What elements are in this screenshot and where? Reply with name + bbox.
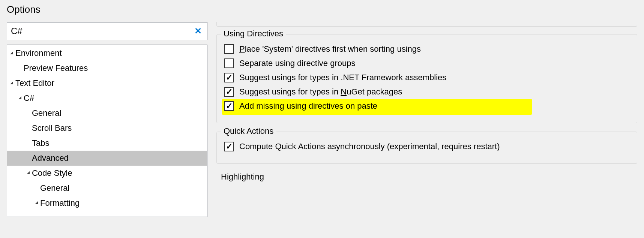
tree-item-label: Scroll Bars xyxy=(32,123,72,133)
checkbox[interactable] xyxy=(224,58,234,68)
expander-icon[interactable] xyxy=(34,201,39,205)
tree-item-text-editor[interactable]: Text Editor xyxy=(7,76,207,91)
checkbox[interactable] xyxy=(224,142,234,151)
checkbox-row[interactable]: Compute Quick Actions asynchronously (ex… xyxy=(224,142,629,151)
checkbox[interactable] xyxy=(224,101,234,111)
group-legend: Using Directives xyxy=(221,29,286,39)
tree-item-general[interactable]: General xyxy=(7,181,207,196)
svg-marker-3 xyxy=(27,171,30,174)
options-tree[interactable]: EnvironmentPreview FeaturesText EditorC#… xyxy=(7,45,207,217)
settings-panel: Using Directives Place 'System' directiv… xyxy=(216,22,637,217)
group-quick-actions: Quick Actions Compute Quick Actions asyn… xyxy=(216,132,637,164)
group-using-directives: Using Directives Place 'System' directiv… xyxy=(216,34,637,123)
checkbox-row[interactable]: Suggest usings for types in .NET Framewo… xyxy=(224,73,629,82)
tree-item-c-[interactable]: C# xyxy=(7,91,207,106)
tree-item-advanced[interactable]: Advanced xyxy=(7,151,207,166)
tree-item-label: Code Style xyxy=(32,168,72,178)
checkbox-label: Separate using directive groups xyxy=(239,58,355,68)
group-legend: Quick Actions xyxy=(221,126,276,136)
svg-marker-2 xyxy=(18,96,21,99)
expander-icon[interactable] xyxy=(18,96,23,100)
tree-item-formatting[interactable]: Formatting xyxy=(7,196,207,211)
tree-item-label: Advanced xyxy=(32,153,69,163)
group-highlighting-legend: Highlighting xyxy=(221,172,637,182)
svg-marker-1 xyxy=(10,81,13,84)
tree-item-label: Preview Features xyxy=(24,63,88,73)
tree-item-label: General xyxy=(32,108,61,118)
checkbox-label: Compute Quick Actions asynchronously (ex… xyxy=(239,142,500,151)
svg-marker-0 xyxy=(10,51,13,54)
tree-item-label: C# xyxy=(24,93,34,103)
tree-item-label: Text Editor xyxy=(15,78,54,88)
tree-item-code-style[interactable]: Code Style xyxy=(7,166,207,181)
expander-icon[interactable] xyxy=(9,51,15,55)
previous-group-bottom xyxy=(216,22,637,27)
tree-item-label: Environment xyxy=(15,48,62,58)
checkbox-label: Place 'System' directives first when sor… xyxy=(239,44,421,54)
tree-item-scroll-bars[interactable]: Scroll Bars xyxy=(7,121,207,136)
checkbox-label: Suggest usings for types in NuGet packag… xyxy=(239,87,402,97)
tree-item-label: Tabs xyxy=(32,138,49,148)
expander-icon[interactable] xyxy=(9,81,15,85)
search-input[interactable] xyxy=(11,26,192,36)
clear-search-icon[interactable]: ✕ xyxy=(192,26,204,36)
expander-icon[interactable] xyxy=(26,171,31,175)
tree-item-tabs[interactable]: Tabs xyxy=(7,136,207,151)
tree-item-environment[interactable]: Environment xyxy=(7,46,207,61)
tree-item-preview-features[interactable]: Preview Features xyxy=(7,61,207,76)
checkbox[interactable] xyxy=(224,44,234,54)
checkbox-row[interactable]: Place 'System' directives first when sor… xyxy=(224,44,629,54)
checkbox-label: Suggest usings for types in .NET Framewo… xyxy=(239,73,446,82)
checkbox[interactable] xyxy=(224,73,234,82)
tree-item-label: General xyxy=(40,183,69,193)
checkbox[interactable] xyxy=(224,87,234,97)
tree-item-general[interactable]: General xyxy=(7,106,207,121)
svg-marker-4 xyxy=(35,201,38,204)
dialog-title: Options xyxy=(0,0,644,22)
checkbox-row[interactable]: Suggest usings for types in NuGet packag… xyxy=(224,87,629,97)
checkbox-row[interactable]: Add missing using directives on paste xyxy=(224,101,629,111)
tree-item-label: Formatting xyxy=(40,198,80,208)
checkbox-label: Add missing using directives on paste xyxy=(239,101,377,111)
checkbox-row[interactable]: Separate using directive groups xyxy=(224,58,629,68)
search-box[interactable]: ✕ xyxy=(7,22,207,40)
